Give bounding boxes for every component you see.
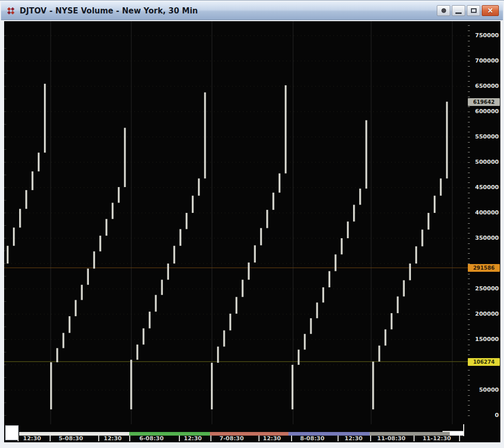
x-axis-tick [258,436,259,441]
y-axis-minor-tick [468,309,470,310]
minimize-button[interactable] [452,5,465,16]
options-icon [441,8,446,13]
y-axis-minor-tick [468,86,470,87]
y-axis-minor-tick [468,208,470,208]
volume-bar [328,271,330,287]
y-axis-minor-tick [468,299,470,300]
x-axis-tick [18,436,19,441]
y-axis-minor-tick [468,329,470,330]
volume-bar [347,222,349,238]
close-icon: ✕ [487,7,493,14]
y-axis-minor-tick [468,46,470,47]
y-axis-minor-tick [468,188,470,188]
y-axis-minor-tick [468,370,470,370]
y-axis-minor-tick [468,36,470,36]
volume-bar [427,213,430,229]
x-axis-tick [370,436,371,441]
volume-bar [124,128,126,187]
y-axis-minor-tick [468,325,470,325]
x-axis-label: 6-08:30 [139,436,163,442]
app-icon [6,6,16,16]
y-axis-minor-tick [468,157,470,158]
y-axis-label: 600000 [475,109,499,115]
y-axis-minor-tick [468,147,470,148]
y-axis[interactable]: 7500007000006500006000005500005000004500… [468,21,500,424]
volume-bar [434,196,436,213]
title-bar[interactable]: DJTOV - NYSE Volume - New York, 30 Min ✕ [1,2,503,20]
window-options-button[interactable] [437,5,450,16]
y-axis-minor-tick [468,405,470,406]
volume-bar [69,316,71,333]
y-axis-minor-tick [468,319,470,320]
volume-bar [87,269,89,285]
volume-bar [391,313,393,329]
x-axis-tick [179,436,180,441]
volume-bar [385,329,387,345]
volume-bar [254,245,256,262]
volume-bar [446,102,448,179]
volume-bar [242,280,244,297]
y-axis-minor-tick [468,198,470,198]
volume-bar [38,152,40,171]
y-axis-minor-tick [468,238,470,239]
volume-bar [285,85,287,174]
price-tag: 291586 [468,264,500,272]
y-axis-minor-tick [468,354,470,355]
y-axis-minor-tick [468,294,470,295]
x-axis-label: 8-08:30 [300,436,324,442]
volume-bar [130,360,132,409]
y-axis-minor-tick [468,274,470,274]
volume-bar [204,92,206,179]
y-axis-label: 650000 [475,83,499,89]
y-axis-minor-tick [468,25,470,26]
volume-bar [440,178,442,195]
volume-bar [211,363,213,409]
price-tag: 619642 [468,98,500,106]
y-axis-minor-tick [468,213,470,213]
x-axis-label: 12:30 [263,436,281,442]
volume-bar [359,189,361,205]
x-axis-label: 7-08:30 [219,436,243,442]
volume-bar [266,210,268,228]
y-axis-minor-tick [468,167,470,168]
y-axis-minor-tick [468,117,470,117]
y-axis-label: 700000 [475,58,499,64]
y-axis-minor-tick [468,203,470,203]
x-axis-tick [291,436,292,441]
close-button[interactable]: ✕ [482,5,499,16]
x-axis-label: 11-12:30 [423,436,451,442]
axis-corner-border [442,431,463,432]
y-axis-minor-tick [468,91,470,92]
y-axis-minor-tick [468,279,470,279]
y-axis-label: 200000 [475,311,499,317]
volume-bar [310,318,312,334]
volume-bar [186,213,188,229]
y-axis-label: 500000 [475,159,499,165]
y-axis-minor-tick [468,177,470,178]
y-axis-minor-tick [468,132,470,132]
volume-bar [415,246,417,264]
y-axis-label: 750000 [475,33,499,39]
volume-bar [50,362,52,409]
volume-bar [63,333,65,348]
axis-corner-border [463,424,464,436]
volume-bar [316,302,318,318]
volume-chart[interactable] [4,21,468,424]
y-axis-minor-tick [468,76,470,76]
volume-bar [112,203,114,219]
maximize-button[interactable] [467,5,480,16]
x-axis-label: 12:30 [344,436,362,442]
volume-bar [149,312,151,328]
volume-bar [19,209,21,227]
x-axis[interactable]: 12:305-08:3012:306-08:3012:307-08:3012:3… [4,424,500,442]
volume-bar [99,236,101,251]
y-axis-minor-tick [468,253,470,254]
volume-bar [409,264,411,280]
window-title: DJTOV - NYSE Volume - New York, 30 Min [20,6,437,16]
y-axis-label: 400000 [475,210,499,216]
y-axis-minor-tick [468,218,470,219]
y-axis-minor-tick [468,243,470,244]
volume-bar [421,229,423,246]
volume-bar [75,300,77,316]
y-axis-minor-tick [468,97,470,97]
